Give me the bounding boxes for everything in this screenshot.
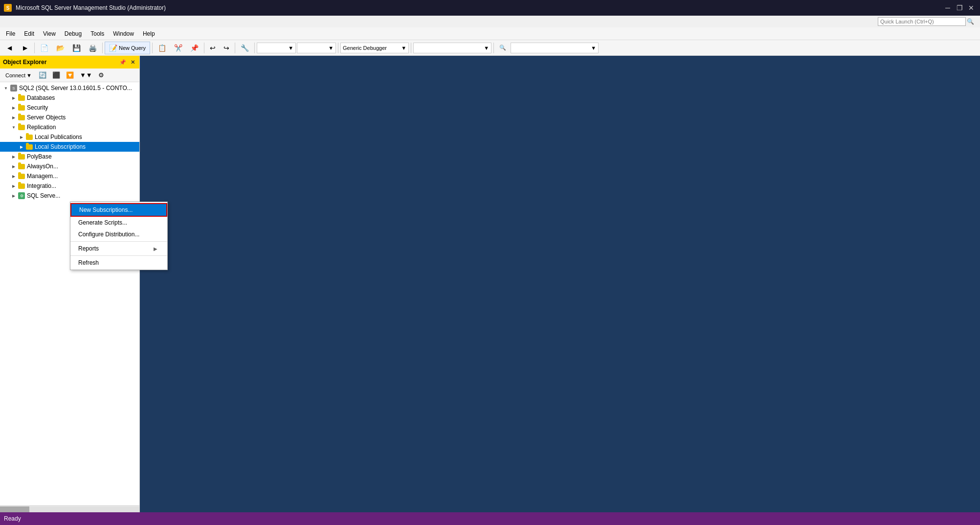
replication-expand-icon: ▼ [10,123,18,131]
tree-item-databases[interactable]: ▶ Databases [0,93,139,103]
database-dropdown-arrow: ▼ [288,45,293,51]
oe-filter-button[interactable]: 🔽 [64,70,76,81]
menu-file[interactable]: File [2,28,19,39]
toolbar-icon-btn-5[interactable]: 📋 [155,42,170,54]
context-menu-reports[interactable]: Reports ▶ [70,243,167,254]
connect-arrow-icon: ▼ [26,72,32,78]
connect-label: Connect [5,72,25,78]
replication-folder-icon [18,123,25,131]
config-dropdown[interactable]: ▼ [413,43,491,53]
context-menu-new-subscriptions[interactable]: New Subscriptions... [70,203,167,217]
search-button[interactable]: 🔍 [496,42,510,54]
title-bar-controls: ─ ❐ ✕ [943,3,976,13]
local-pubs-folder-icon [25,133,33,141]
tree-item-replication[interactable]: ▼ Replication [0,122,139,132]
configure-distribution-label: Configure Distribution... [78,231,139,238]
redo-button[interactable]: ↪ [220,42,233,54]
separator-8 [411,43,411,53]
local-pubs-expand-icon: ▶ [18,133,25,141]
schema-dropdown[interactable]: ▼ [297,43,336,53]
oe-horizontal-scrollbar[interactable] [0,505,139,512]
context-menu-sep-1 [70,241,167,242]
server-node[interactable]: ▼ S SQL2 (SQL Server 13.0.1601.5 - CONTO… [0,83,139,93]
search-arrow: ▼ [591,45,596,51]
toolbar-icon-2: 📂 [56,44,65,52]
search-dropdown[interactable]: ▼ [511,43,599,53]
tree-item-polybase[interactable]: ▶ PolyBase [0,152,139,161]
tree-item-integration[interactable]: ▶ Integratio... [0,181,139,191]
tree-view[interactable]: ▼ S SQL2 (SQL Server 13.0.1601.5 - CONTO… [0,82,139,505]
nav-forward-button[interactable]: ▶ [18,42,32,54]
replication-folder [18,125,25,130]
close-button[interactable]: ✕ [966,3,976,13]
undo-button[interactable]: ↩ [206,42,219,54]
oe-collapse-button[interactable]: ▼▼ [77,70,95,81]
toolbar-icon-8: 🔧 [241,44,249,52]
security-expand-icon: ▶ [10,104,18,112]
context-menu: New Subscriptions... Generate Scripts...… [70,202,168,270]
pin-icon[interactable]: 📌 [119,58,127,66]
status-bar: Ready [0,512,980,525]
menu-edit[interactable]: Edit [20,28,38,39]
tree-item-local-subscriptions[interactable]: ▶ Local Subscriptions [0,142,139,152]
server-objects-expand-icon: ▶ [10,114,18,121]
main-area: Object Explorer 📌 ✕ Connect ▼ 🔄 ⬛ 🔽 ▼▼ [0,56,980,512]
toolbar-icon-3: 💾 [72,44,81,52]
context-menu-generate-scripts[interactable]: Generate Scripts... [70,217,167,228]
local-subs-folder [26,144,33,150]
toolbar-icon-btn-3[interactable]: 💾 [69,42,84,54]
new-query-button[interactable]: 📝 New Query [105,42,150,54]
toolbar-icon-btn-4[interactable]: 🖨️ [85,42,100,54]
tree-item-server-objects[interactable]: ▶ Server Objects [0,113,139,122]
object-explorer-panel: Object Explorer 📌 ✕ Connect ▼ 🔄 ⬛ 🔽 ▼▼ [0,56,140,512]
toolbar-icon-btn-8[interactable]: 🔧 [237,42,252,54]
tree-item-local-publications[interactable]: ▶ Local Publications [0,132,139,142]
security-label: Security [27,104,48,111]
menu-help[interactable]: Help [139,28,159,39]
menu-debug[interactable]: Debug [61,28,86,39]
minimize-button[interactable]: ─ [943,3,953,13]
config-arrow: ▼ [484,45,489,51]
database-dropdown[interactable]: ▼ [257,43,296,53]
menu-window[interactable]: Window [109,28,138,39]
oe-refresh-button[interactable]: 🔄 [36,70,49,81]
debugger-label: Generic Debugger [343,45,387,51]
separator-3 [152,43,153,53]
title-bar-left: S Microsoft SQL Server Management Studio… [4,4,166,12]
connect-button[interactable]: Connect ▼ [2,70,35,81]
tree-item-sql-agent[interactable]: ▶ ⚙ SQL Serve... [0,191,139,201]
toolbar-icon-btn-6[interactable]: ✂️ [171,42,186,54]
oe-stop-button[interactable]: ⬛ [50,70,63,81]
quick-launch-input[interactable] [878,17,966,26]
menu-bar: File Edit View Debug Tools Window Help [0,27,980,40]
generate-scripts-label: Generate Scripts... [78,219,127,226]
separator-6 [254,43,255,53]
menu-tools[interactable]: Tools [87,28,108,39]
tree-item-security[interactable]: ▶ Security [0,103,139,113]
restore-button[interactable]: ❐ [955,3,964,13]
nav-back-button[interactable]: ◀ [2,42,17,54]
context-menu-configure-distribution[interactable]: Configure Distribution... [70,228,167,240]
toolbar-icon-btn-1[interactable]: 📄 [37,42,52,54]
polybase-folder-icon [18,153,25,160]
oe-options-button[interactable]: ⚙ [96,70,107,81]
redo-icon: ↪ [223,44,229,52]
separator-5 [235,43,235,53]
status-text: Ready [4,515,21,522]
oe-refresh-icon: 🔄 [39,71,46,79]
debugger-dropdown[interactable]: Generic Debugger ▼ [340,43,409,53]
toolbar-icon-btn-7[interactable]: 📌 [187,42,202,54]
oe-close-icon[interactable]: ✕ [129,58,136,66]
menu-view[interactable]: View [39,28,60,39]
context-menu-refresh[interactable]: Refresh [70,257,167,269]
tree-item-management[interactable]: ▶ Managem... [0,171,139,181]
tree-item-alwayson[interactable]: ▶ AlwaysOn... [0,161,139,171]
server-objects-folder-icon [18,114,25,121]
toolbar-icon-6: ✂️ [174,44,182,52]
toolbar-icon-7: 📌 [190,44,199,52]
server-icon: S [10,85,17,91]
integration-label: Integratio... [27,183,56,189]
toolbar-icon-btn-2[interactable]: 📂 [53,42,68,54]
reports-label: Reports [78,245,99,252]
local-publications-label: Local Publications [35,134,82,140]
